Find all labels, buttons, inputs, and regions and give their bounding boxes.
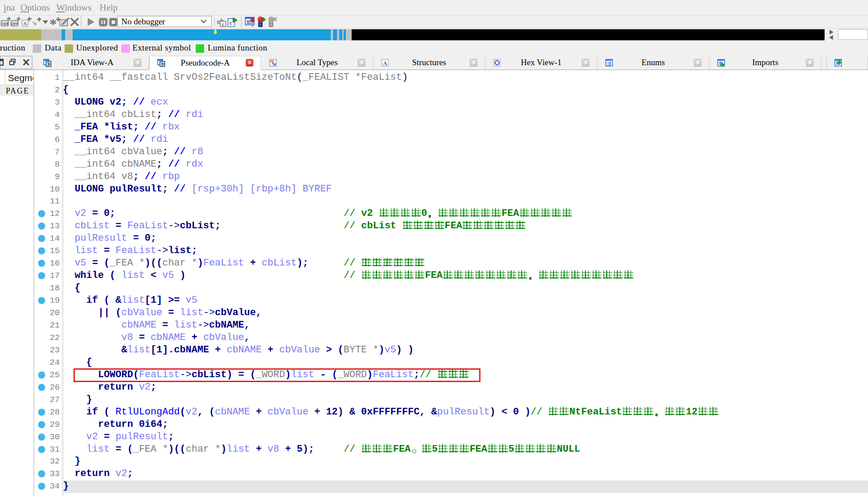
- svg-text:c: c: [222, 22, 224, 27]
- svg-text:DATA: DATA: [11, 22, 18, 25]
- svg-text:A: A: [23, 21, 27, 26]
- svg-text:‘s: ‘s: [32, 20, 36, 27]
- svg-text:A: A: [383, 60, 387, 66]
- svg-text:CODE: CODE: [1, 22, 9, 25]
- svg-text:c: c: [230, 20, 232, 26]
